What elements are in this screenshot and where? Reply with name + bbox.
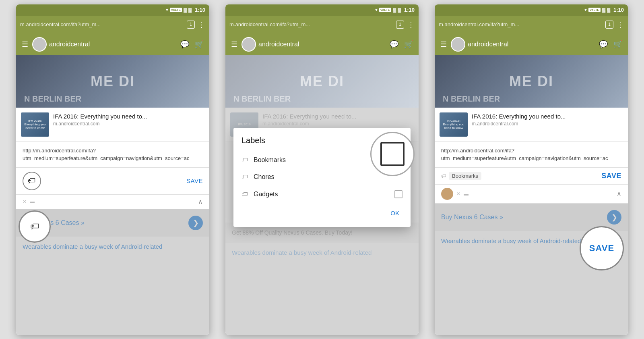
save-button-3[interactable]: SAVE — [601, 172, 621, 180]
hero-text-1: ME DI — [91, 73, 135, 90]
article-title-3: IFA 2016: Everything you need to... — [472, 112, 623, 121]
tab-count-3[interactable]: 1 — [605, 21, 613, 29]
url-bar-1[interactable]: m.androidcentral.com/ifa?utm_m... 1 ⋮ — [16, 16, 209, 33]
bottom-icon-rect-1: ▬ — [30, 199, 35, 204]
article-thumb-3: IFA 2016: Everything you need to know — [440, 112, 468, 137]
arrow-up-1[interactable]: ∧ — [198, 198, 203, 206]
card-bottom-bar-1: 🏷 SAVE — [16, 168, 209, 195]
site-name-3: androidcentral — [468, 41, 508, 48]
article-info-1: IFA 2016: Everything you need to... m.an… — [53, 112, 204, 127]
wifi-icon-3: ▾ — [584, 7, 587, 12]
url-text-1: m.androidcentral.com/ifa?utm_m... — [20, 21, 184, 27]
site-header-3: ☰ androidcentral 💬 🛒 — [435, 33, 628, 55]
article-thumb-1: IFA 2016: Everything you need to know — [21, 112, 49, 137]
site-logo-1: androidcentral — [32, 37, 176, 52]
label-item-name-chores: Chores — [254, 173, 402, 181]
url-bar-3[interactable]: m.androidcentral.com/ifa?utm_m... 1 ⋮ — [435, 16, 628, 33]
article-source-3: m.androidcentral.com — [472, 121, 623, 127]
time-display-3: 1:10 — [613, 7, 624, 13]
bottom-icons-bar-3: ✕ ▬ ∧ — [435, 185, 628, 204]
logo-avatar-2 — [242, 37, 256, 52]
phone-3: ▾ VoLTE ▓ ▓ 1:10 m.androidcentral.com/if… — [435, 4, 628, 335]
hero-berlin-2: N BERLIN BER — [233, 94, 291, 104]
url-display-box-1: http://m.androidcentral.com/ifa?utm_medi… — [16, 142, 209, 168]
hamburger-icon-2[interactable]: ☰ — [231, 40, 237, 49]
card-bottom-bar-3: 🏷 Bookmarks SAVE — [435, 168, 628, 185]
status-bar-3: ▾ VoLTE ▓ ▓ 1:10 — [435, 4, 628, 16]
wifi-icon: ▾ — [166, 7, 168, 12]
site-icons-right-3: 💬 🛒 — [599, 40, 622, 49]
arrow-up-3[interactable]: ∧ — [617, 190, 621, 198]
signal-icon-2: ▓ — [393, 8, 396, 12]
url-display-box-3: http://m.androidcentral.com/ifa?utm_medi… — [435, 142, 628, 168]
volte-badge-2: VoLTE — [379, 8, 391, 12]
site-icons-right-1: 💬 🛒 — [180, 40, 204, 49]
save-circle-text-3: SAVE — [589, 243, 614, 254]
site-logo-3: androidcentral — [451, 37, 595, 52]
dialog-actions: OK — [233, 203, 411, 223]
wifi-icon-2: ▾ — [375, 7, 378, 12]
status-icons-1: ▾ VoLTE ▓ ▓ — [166, 7, 192, 12]
battery-icon: ▓ — [188, 8, 192, 12]
phone-1: ▾ VoLTE ▓ ▓ 1:10 m.androidcentral.com/if… — [16, 4, 209, 335]
bookmark-tag-icon-1: 🏷 — [242, 156, 248, 164]
bottom-icon-x-1: ✕ — [23, 199, 27, 204]
hero-berlin-3: N BERLIN BER — [443, 94, 500, 104]
article-title-1: IFA 2016: Everything you need to... — [53, 112, 204, 121]
battery-icon-2: ▓ — [398, 8, 401, 12]
square-circle-highlight — [370, 132, 415, 176]
bottom-icons-bar-1: ✕ ▬ ∧ — [16, 195, 209, 209]
chat-icon-2[interactable]: 💬 — [390, 40, 398, 49]
phone-2: ▾ VoLTE ▓ ▓ 1:10 m.androidcentral.com/if… — [225, 4, 419, 335]
article-card-1: IFA 2016: Everything you need to know IF… — [16, 108, 209, 142]
article-card-3: IFA 2016: Everything you need to know IF… — [435, 108, 628, 142]
label-item-name-gadgets: Gadgets — [254, 191, 389, 198]
site-name-2: androidcentral — [258, 41, 299, 48]
content-2: IFA 2016 IFA 2016: Everything you need t… — [225, 108, 419, 335]
cart-icon-3[interactable]: 🛒 — [613, 40, 622, 49]
hero-text-3: ME DI — [509, 73, 553, 90]
volte-badge-3: VoLTE — [588, 8, 601, 12]
article-info-3: IFA 2016: Everything you need to... m.an… — [472, 112, 623, 127]
save-circle-highlight-3: SAVE — [580, 226, 624, 270]
url-bar-2[interactable]: m.androidcentral.com/ifa?utm_m... 1 ⋮ — [225, 16, 419, 33]
bottom-icon-rect-3: ▬ — [464, 191, 469, 197]
url-text-2: m.androidcentral.com/ifa?utm_m... — [229, 21, 393, 27]
menu-dots-2[interactable]: ⋮ — [407, 20, 415, 29]
bookmarks-label-tag-3: 🏷 Bookmarks — [441, 172, 481, 180]
hero-text-2: ME DI — [300, 73, 344, 90]
content-3: IFA 2016: Everything you need to know IF… — [435, 108, 628, 335]
hero-2: ME DI N BERLIN BER — [225, 55, 419, 108]
tab-count-1[interactable]: 1 — [187, 21, 195, 29]
url-full-text-3: http://m.androidcentral.com/ifa?utm_medi… — [441, 147, 621, 162]
label-tag-button-1[interactable]: 🏷 — [23, 172, 41, 190]
hamburger-icon-1[interactable]: ☰ — [22, 40, 28, 49]
dialog-ok-button[interactable]: OK — [386, 206, 404, 220]
bookmark-tag-icon-2: 🏷 — [242, 173, 248, 181]
content-1: IFA 2016: Everything you need to know IF… — [16, 108, 209, 335]
avatar-sm-3 — [441, 188, 453, 200]
hero-berlin-1: N BERLIN BER — [24, 94, 81, 104]
site-icons-right-2: 💬 🛒 — [390, 40, 413, 49]
bottom-icon-x-3: ✕ — [456, 191, 460, 197]
status-bar-2: ▾ VoLTE ▓ ▓ 1:10 — [225, 4, 419, 16]
menu-dots-1[interactable]: ⋮ — [198, 20, 205, 29]
cart-icon-2[interactable]: 🛒 — [404, 40, 413, 49]
chat-icon-3[interactable]: 💬 — [599, 40, 608, 49]
bookmark-tag-icon-3: 🏷 — [242, 191, 248, 198]
logo-avatar-3 — [451, 37, 465, 52]
chat-icon-1[interactable]: 💬 — [180, 40, 189, 49]
hamburger-icon-3[interactable]: ☰ — [440, 40, 447, 49]
tag-name-text-3: Bookmarks — [449, 172, 481, 180]
gadgets-checkbox[interactable] — [394, 190, 402, 198]
save-button-1[interactable]: SAVE — [186, 177, 203, 184]
cart-icon-1[interactable]: 🛒 — [195, 40, 204, 49]
menu-dots-3[interactable]: ⋮ — [617, 20, 624, 29]
site-name-1: androidcentral — [49, 41, 90, 48]
tag-icon-1: 🏷 — [28, 176, 36, 185]
signal-icon: ▓ — [184, 8, 187, 12]
tag-icon-sm-3: 🏷 — [441, 173, 446, 179]
label-item-gadgets[interactable]: 🏷 Gadgets — [233, 185, 411, 203]
site-logo-2: androidcentral — [242, 37, 386, 52]
tab-count-2[interactable]: 1 — [396, 21, 404, 29]
